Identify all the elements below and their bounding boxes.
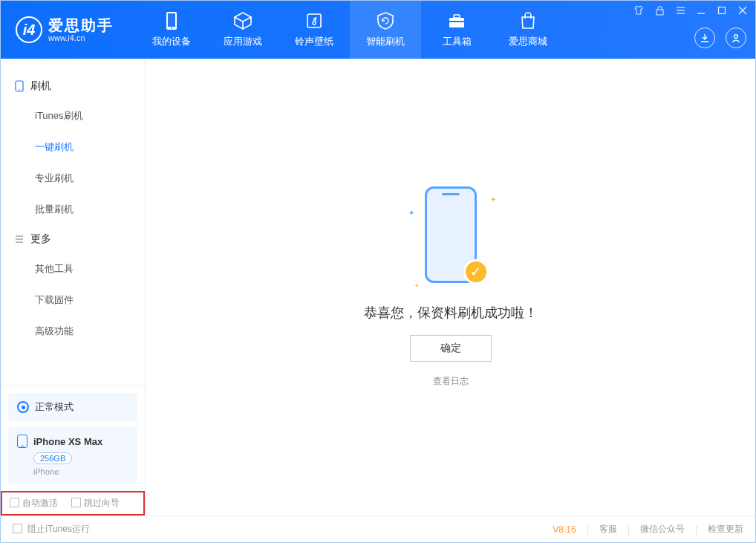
svg-point-15 <box>734 35 738 39</box>
tab-toolbox[interactable]: 工具箱 <box>421 1 492 59</box>
svg-rect-6 <box>449 21 464 22</box>
device-type: iPhone <box>33 467 128 476</box>
app-logo-icon: i4 <box>16 16 42 43</box>
svg-rect-5 <box>454 15 460 18</box>
tab-store[interactable]: 爱思商城 <box>492 1 564 59</box>
svg-rect-4 <box>449 18 464 27</box>
shield-refresh-icon <box>376 11 395 30</box>
device-icon <box>162 11 181 30</box>
sparkle-icon: ✦ <box>408 209 414 217</box>
ok-button[interactable]: 确定 <box>410 335 492 362</box>
window-controls <box>632 4 749 17</box>
tab-label: 应用游戏 <box>224 35 262 48</box>
sidebar-item-oneclick-flash[interactable]: 一键刷机 <box>1 131 145 163</box>
music-note-icon <box>304 11 324 30</box>
skip-guide-checkbox[interactable]: 跳过向导 <box>71 497 120 510</box>
user-button[interactable] <box>726 27 746 48</box>
footer: 阻止iTunes运行 V8.16 | 客服 | 微信公众号 | 检查更新 <box>1 516 755 542</box>
auto-activate-checkbox[interactable]: 自动激活 <box>10 497 58 510</box>
status-text: 正常模式 <box>35 400 74 414</box>
tab-smart-flash[interactable]: 智能刷机 <box>350 1 421 59</box>
sparkle-icon: ✦ <box>414 283 419 289</box>
check-update-link[interactable]: 检查更新 <box>708 523 743 536</box>
main-content: ✦ ✦ ✦ ✓ 恭喜您，保资料刷机成功啦！ 确定 查看日志 <box>146 59 755 516</box>
tab-label: 爱思商城 <box>509 35 547 48</box>
app-title: 爱思助手 <box>48 17 114 33</box>
sidebar-item-pro-flash[interactable]: 专业刷机 <box>1 163 145 194</box>
app-url: www.i4.cn <box>48 33 114 42</box>
shirt-icon[interactable] <box>632 4 645 17</box>
block-itunes-checkbox[interactable]: 阻止iTunes运行 <box>13 523 90 536</box>
sidebar-item-other-tools[interactable]: 其他工具 <box>1 253 145 284</box>
device-info[interactable]: iPhone XS Max 256GB iPhone <box>8 427 137 484</box>
customer-service-link[interactable]: 客服 <box>599 523 617 536</box>
shopping-bag-icon <box>518 11 538 30</box>
sidebar-item-advanced[interactable]: 高级功能 <box>1 316 145 347</box>
version-label: V8.16 <box>553 524 576 535</box>
svg-rect-7 <box>656 10 663 15</box>
status-dot-icon <box>17 401 29 413</box>
success-message: 恭喜您，保资料刷机成功啦！ <box>364 304 538 322</box>
app-header: i4 爱思助手 www.i4.cn 我的设备 应用游戏 铃声壁纸 智能刷机 工具… <box>1 1 755 59</box>
svg-point-17 <box>19 89 20 91</box>
list-icon <box>14 234 25 244</box>
svg-point-2 <box>171 27 172 29</box>
storage-pill: 256GB <box>33 452 72 464</box>
sparkle-icon: ✦ <box>490 195 496 204</box>
tab-ringtones-wallpapers[interactable]: 铃声壁纸 <box>278 1 350 59</box>
svg-rect-12 <box>719 7 726 14</box>
tab-label: 工具箱 <box>443 35 472 48</box>
header-tabs: 我的设备 应用游戏 铃声壁纸 智能刷机 工具箱 爱思商城 <box>136 1 564 59</box>
maximize-button[interactable] <box>715 4 729 17</box>
logo-area: i4 爱思助手 www.i4.cn <box>1 16 128 43</box>
sidebar: 刷机 iTunes刷机 一键刷机 专业刷机 批量刷机 更多 其他工具 下载固件 … <box>1 59 146 516</box>
tab-label: 智能刷机 <box>366 35 405 48</box>
lock-icon[interactable] <box>653 4 666 17</box>
cube-icon <box>233 11 252 30</box>
group-title: 刷机 <box>30 79 51 93</box>
sidebar-item-itunes-flash[interactable]: iTunes刷机 <box>1 100 145 131</box>
sidebar-group-more: 更多 <box>1 225 145 253</box>
phone-success-illustration: ✦ ✦ ✦ ✓ <box>410 186 492 290</box>
tab-label: 我的设备 <box>152 35 191 48</box>
view-log-link[interactable]: 查看日志 <box>433 375 469 388</box>
check-badge-icon: ✓ <box>463 259 489 284</box>
phone-icon <box>17 435 27 448</box>
tab-apps-games[interactable]: 应用游戏 <box>207 1 278 59</box>
body: 刷机 iTunes刷机 一键刷机 专业刷机 批量刷机 更多 其他工具 下载固件 … <box>1 59 755 516</box>
wechat-link[interactable]: 微信公众号 <box>640 523 685 536</box>
toolbox-icon <box>447 11 466 30</box>
sidebar-item-batch-flash[interactable]: 批量刷机 <box>1 194 145 225</box>
tab-my-device[interactable]: 我的设备 <box>136 1 207 59</box>
sidebar-group-flash: 刷机 <box>1 72 145 100</box>
flash-options-row: 自动激活 跳过向导 <box>1 491 145 516</box>
minimize-button[interactable] <box>694 4 708 17</box>
group-title: 更多 <box>30 233 51 246</box>
device-name: iPhone XS Max <box>33 436 102 447</box>
sidebar-bottom: 正常模式 iPhone XS Max 256GB iPhone <box>1 385 145 491</box>
mode-status[interactable]: 正常模式 <box>8 393 137 421</box>
phone-icon <box>14 81 25 91</box>
menu-icon[interactable] <box>674 4 687 17</box>
tab-label: 铃声壁纸 <box>295 35 333 48</box>
download-button[interactable] <box>694 27 715 48</box>
header-right-icons <box>694 27 746 48</box>
svg-rect-1 <box>168 13 175 27</box>
close-button[interactable] <box>736 4 749 17</box>
sidebar-item-download-firmware[interactable]: 下载固件 <box>1 284 145 316</box>
